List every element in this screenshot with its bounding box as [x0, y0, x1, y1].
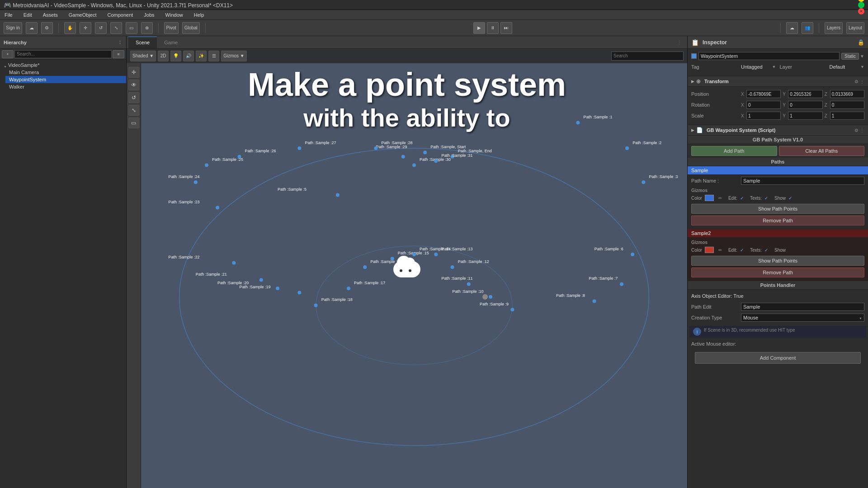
wp-dot[interactable]	[576, 121, 580, 125]
wp-dot[interactable]	[363, 265, 367, 269]
wp-dot[interactable]	[631, 253, 634, 256]
color2-edit-icon[interactable]: ✏	[718, 248, 722, 253]
tool-move[interactable]: ✛	[128, 67, 139, 78]
tool-rotate[interactable]: ↺	[128, 92, 139, 103]
gbwaypoint-header[interactable]: ▶ 📄 GB Waypoint System (Script) ⚙ ⋮	[688, 125, 868, 136]
creation-type-dropdown[interactable]: Mouse	[741, 314, 864, 322]
scene-options[interactable]: ⋮	[677, 40, 685, 45]
show-path-points-2-button[interactable]: Show Path Points	[691, 256, 864, 266]
menu-gameobject[interactable]: GameObject	[67, 11, 99, 19]
collab-button[interactable]: 👥	[802, 22, 813, 34]
static-dropdown-arrow[interactable]: ▼	[860, 54, 864, 59]
object-active-checkbox[interactable]	[691, 53, 697, 59]
wp-dot[interactable]	[314, 304, 318, 307]
wp-dot[interactable]	[489, 295, 492, 299]
rect-tool[interactable]: ▭	[126, 22, 137, 34]
transform-header[interactable]: ▶ ⊕ Transform ⚙ ⋮	[688, 76, 868, 87]
account-button[interactable]: ☁	[26, 22, 38, 34]
tab-scene[interactable]: Scene	[128, 37, 157, 48]
vp-2d-button[interactable]: 2D	[158, 51, 169, 61]
color1-swatch[interactable]	[705, 195, 714, 201]
viewport[interactable]: Shaded ▼ 2D 💡 🔊 ✨ ☰ Gizmos ▼ ✛ 👁 ↺ ⤡ ▭	[127, 49, 687, 488]
menu-assets[interactable]: Assets	[41, 11, 60, 19]
vp-fx-button[interactable]: ✨	[196, 51, 207, 61]
wp-dot[interactable]	[467, 282, 471, 286]
tab-game[interactable]: Game	[157, 37, 185, 48]
sign-in-button[interactable]: Sign in	[4, 22, 22, 34]
vp-shading-button[interactable]: Shaded ▼	[130, 51, 156, 61]
remove-path-2-button[interactable]: Remove Path	[691, 267, 864, 277]
menu-window[interactable]: Window	[164, 11, 185, 19]
wp-dot[interactable]	[434, 159, 438, 163]
hierarchy-options[interactable]: ⋮	[118, 39, 123, 45]
close-button[interactable]: ✕	[858, 8, 864, 14]
menu-jobs[interactable]: Jobs	[142, 11, 156, 19]
layers-button[interactable]: Layers	[825, 22, 843, 34]
path-item-sample[interactable]: Sample	[688, 166, 868, 174]
object-name-field[interactable]	[698, 52, 840, 60]
add-component-button[interactable]: Add Component	[695, 352, 861, 364]
viewport-search[interactable]	[611, 52, 684, 61]
vp-scene-button[interactable]: ☰	[208, 51, 219, 61]
inspector-lock-icon[interactable]: 🔒	[858, 39, 864, 46]
path-edit-field[interactable]	[741, 303, 864, 311]
wp-dot[interactable]	[374, 146, 377, 150]
rot-z-field[interactable]	[830, 101, 864, 109]
pos-x-field[interactable]	[746, 90, 781, 98]
hierarchy-item-videosample[interactable]: VideoSample*	[0, 61, 126, 69]
hierarchy-filter-button[interactable]: ≡	[113, 50, 124, 58]
hierarchy-item-walker[interactable]: Walker	[5, 83, 126, 90]
color1-edit-icon[interactable]: ✏	[718, 196, 722, 201]
menu-help[interactable]: Help	[192, 11, 206, 19]
vp-gizmos-button[interactable]: Gizmos ▼	[221, 51, 247, 61]
wp-dot[interactable]	[347, 286, 350, 290]
wp-dot[interactable]	[434, 253, 438, 256]
wp-dot[interactable]	[451, 265, 454, 269]
clear-all-paths-button[interactable]: Clear All Paths	[779, 146, 865, 156]
tool-view[interactable]: 👁	[128, 80, 139, 90]
wp-dot[interactable]	[297, 291, 301, 295]
pos-z-field[interactable]	[830, 90, 864, 98]
wp-dot[interactable]	[194, 180, 198, 184]
hand-tool[interactable]: ✋	[64, 22, 76, 34]
gbwaypoint-settings[interactable]: ⚙ ⋮	[854, 128, 864, 133]
pos-y-field[interactable]	[788, 90, 822, 98]
menu-component[interactable]: Component	[105, 11, 135, 19]
transform-tool[interactable]: ⊕	[141, 22, 153, 34]
tag-arrow[interactable]: ▼	[772, 65, 776, 69]
wp-dot[interactable]	[625, 146, 629, 150]
wp-dot[interactable]	[232, 261, 236, 265]
rotate-tool[interactable]: ↺	[95, 22, 107, 34]
scale-tool[interactable]: ⤡	[110, 22, 122, 34]
layout-button[interactable]: Layout	[846, 22, 864, 34]
move-tool[interactable]: ✛	[80, 22, 91, 34]
color2-swatch[interactable]	[705, 247, 714, 253]
tool-scale[interactable]: ⤡	[128, 105, 139, 116]
play-button[interactable]: ▶	[473, 22, 485, 34]
cloud-button[interactable]: ☁	[786, 22, 798, 34]
wp-dot[interactable]	[642, 180, 645, 184]
wp-dot[interactable]	[216, 206, 219, 210]
menu-edit[interactable]: Edit	[22, 11, 34, 19]
pause-button[interactable]: ⏸	[487, 22, 499, 34]
wp-dot[interactable]	[336, 193, 340, 197]
hierarchy-add-button[interactable]: +	[2, 50, 14, 58]
hierarchy-search[interactable]	[14, 50, 112, 58]
settings-button[interactable]: ⚙	[41, 22, 53, 34]
rot-x-field[interactable]	[746, 101, 781, 109]
wp-dot[interactable]	[259, 278, 263, 282]
path1-name-field[interactable]	[741, 177, 864, 185]
add-path-button[interactable]: Add Path	[691, 146, 777, 156]
wp-dot[interactable]	[510, 308, 514, 311]
global-button[interactable]: Global	[182, 22, 200, 34]
vp-lighting-button[interactable]: 💡	[170, 51, 181, 61]
wp-dot[interactable]	[205, 164, 208, 167]
wp-dot[interactable]	[412, 164, 416, 167]
scale-x-field[interactable]	[746, 112, 781, 120]
layer-arrow[interactable]: ▼	[860, 65, 864, 69]
maximize-button[interactable]: □	[858, 2, 864, 8]
menu-file[interactable]: File	[3, 11, 14, 19]
wp-dot[interactable]	[297, 146, 301, 150]
remove-path-1-button[interactable]: Remove Path	[691, 216, 864, 225]
minimize-button[interactable]: ─	[858, 0, 864, 2]
